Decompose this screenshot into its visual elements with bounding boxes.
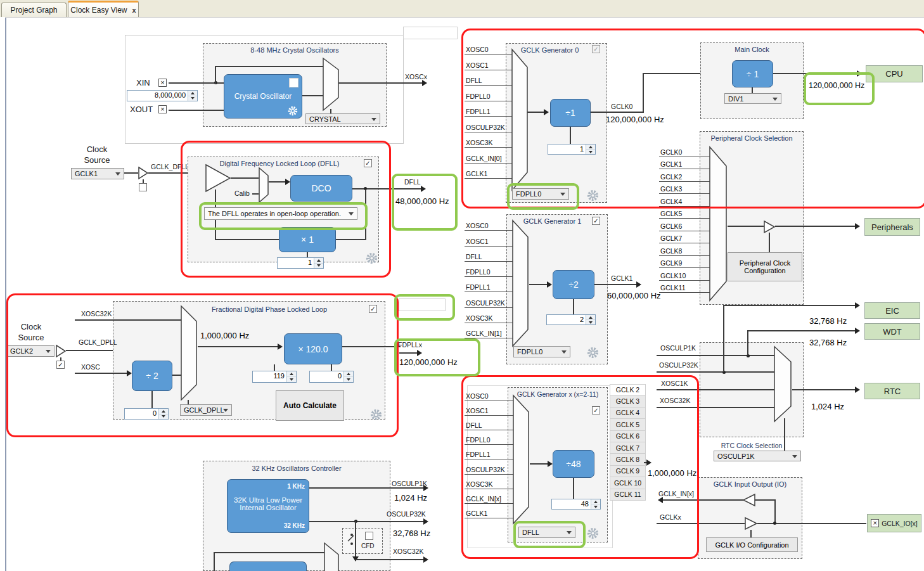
spinner-value: 1: [278, 258, 314, 268]
wire: [792, 389, 857, 390]
spinner-buttons[interactable]: [586, 144, 595, 154]
spin-up-icon[interactable]: [591, 499, 600, 504]
xosc-ctrl-tab[interactable]: [403, 27, 458, 39]
dfll-source-dropdown[interactable]: GCLK1: [71, 168, 124, 179]
endpoint-label: WDT: [883, 327, 902, 337]
pin-checkbox[interactable]: ×: [871, 519, 879, 527]
gear-icon[interactable]: [587, 347, 599, 359]
fdpll-divider-spinner[interactable]: 0: [124, 408, 169, 420]
spinner-buttons[interactable]: [586, 315, 595, 324]
xoscx-output-label: XOSCx: [405, 73, 427, 80]
spin-down-icon[interactable]: [344, 377, 353, 382]
crystal-mode-dropdown[interactable]: CRYSTAL: [305, 113, 380, 124]
gear-icon[interactable]: [587, 527, 599, 539]
spinner-buttons[interactable]: [591, 499, 600, 509]
fdpll-ref-dropdown[interactable]: GCLK_DPLL: [180, 404, 232, 416]
fdpll-output-tab[interactable]: [399, 298, 446, 311]
gear-icon[interactable]: [288, 106, 298, 116]
pin-label: GCLK6: [659, 219, 711, 231]
gclk1-source-dropdown[interactable]: FDPLL0: [513, 346, 570, 357]
gclk-output-tab[interactable]: GCLK 11: [610, 489, 646, 501]
gclkio-config-button[interactable]: GCLK I/O Configuration: [706, 537, 798, 552]
fdpll-source-checkbox[interactable]: ✓: [56, 361, 65, 369]
gclk-output-tab[interactable]: GCLK 4: [610, 407, 646, 419]
peripheral-config-button[interactable]: Peripheral Clock Configuration: [728, 252, 802, 281]
gclk-output-tab[interactable]: GCLK 2: [610, 384, 646, 395]
spin-up-icon[interactable]: [314, 258, 323, 264]
gclk0-source-dropdown[interactable]: FDPLL0: [512, 188, 569, 200]
tab-clock-easy-view[interactable]: Clock Easy View x: [68, 1, 139, 17]
gclk-output-tab[interactable]: GCLK 7: [610, 442, 646, 454]
crystal-oscillator-block[interactable]: Crystal Oscillator: [224, 74, 302, 119]
spin-up-icon[interactable]: [344, 371, 353, 377]
gclk1-divider-spinner[interactable]: 2: [546, 314, 596, 325]
wire: [657, 407, 774, 408]
dfll-enable-checkbox[interactable]: ✓: [364, 159, 372, 167]
spin-up-icon[interactable]: [159, 409, 168, 414]
spinner-buttons[interactable]: [286, 371, 296, 382]
gclkx-enable-checkbox[interactable]: ✓: [592, 406, 600, 414]
dfll-source-checkbox[interactable]: [139, 183, 147, 191]
wire: [274, 364, 275, 371]
spinner-buttons[interactable]: [188, 91, 197, 101]
gclk-output-tab[interactable]: GCLK 9: [610, 466, 646, 477]
wdt-freq: 32,768 Hz: [809, 338, 847, 347]
spinner-buttons[interactable]: [158, 409, 168, 419]
close-tab-icon[interactable]: x: [132, 6, 136, 14]
pin-label: XOSC1: [465, 231, 514, 246]
spinner-buttons[interactable]: [314, 258, 323, 268]
wire: [657, 371, 774, 373]
spin-down-icon[interactable]: [586, 320, 595, 324]
gclk-output-tab[interactable]: GCLK 6: [610, 431, 646, 442]
fdpll-ldr-spinner[interactable]: 119: [252, 371, 297, 383]
xin-pin-checkbox[interactable]: ×: [158, 79, 167, 87]
xout-pin-checkbox[interactable]: ×: [158, 105, 167, 113]
spin-down-icon[interactable]: [287, 377, 296, 382]
gclk0-divider-spinner[interactable]: 1: [548, 144, 596, 155]
dfll-mode-dropdown[interactable]: The DFLL operates in open-loop operation…: [204, 207, 357, 220]
block-checkbox[interactable]: [289, 78, 298, 87]
main-clock-div-dropdown[interactable]: DIV1: [724, 93, 781, 104]
fdpll-ldrfrac-spinner[interactable]: 0: [309, 371, 354, 383]
spinner-value: 2: [547, 315, 586, 324]
endpoint-label: GCLK_IO[x]: [882, 520, 918, 527]
gclk-output-tab[interactable]: GCLK 3: [610, 395, 646, 407]
rtc-source-dropdown[interactable]: OSCULP1K: [714, 451, 801, 461]
gclkx-source-dropdown[interactable]: DFLL: [518, 527, 575, 538]
gclk-output-tab[interactable]: GCLK 8: [610, 454, 646, 465]
spin-down-icon[interactable]: [314, 264, 323, 269]
gclk-output-tab[interactable]: GCLK 10: [610, 477, 646, 489]
spin-down-icon[interactable]: [591, 504, 600, 509]
spin-up-icon[interactable]: [586, 315, 595, 320]
buffer-triangle: [743, 494, 755, 506]
xin-pin-label: XIN: [136, 78, 150, 87]
gear-icon[interactable]: [366, 252, 378, 264]
gclk0-enable-checkbox[interactable]: ✓: [592, 45, 600, 53]
gclk-output-tab[interactable]: GCLK 5: [610, 419, 646, 430]
spinner-value: 119: [253, 371, 286, 382]
crystal-frequency-spinner[interactable]: 8,000,000: [127, 90, 198, 101]
dfll-multiplier-spinner[interactable]: 1: [277, 257, 324, 269]
wire: [356, 559, 426, 560]
dropdown-value: CRYSTAL: [309, 115, 341, 123]
spin-down-icon[interactable]: [188, 96, 197, 101]
tab-project-graph[interactable]: Project Graph: [1, 3, 67, 17]
peripherals-endpoint: Peripherals: [864, 218, 920, 236]
spin-down-icon[interactable]: [586, 150, 595, 154]
fdpll-source-dropdown[interactable]: GCLK2: [6, 345, 55, 357]
gear-icon[interactable]: [370, 409, 382, 421]
fdpll-enable-checkbox[interactable]: ✓: [369, 305, 377, 313]
wire: [198, 346, 279, 347]
spin-up-icon[interactable]: [287, 371, 296, 377]
auto-calculate-button[interactable]: Auto Calculate: [276, 390, 344, 421]
gear-icon[interactable]: [587, 189, 599, 202]
gclkx-divider-spinner[interactable]: 48: [551, 499, 601, 510]
pin-label: FDPLL0: [465, 86, 514, 101]
spin-up-icon[interactable]: [188, 91, 197, 96]
chevron-down-icon: [773, 98, 778, 101]
spinner-buttons[interactable]: [343, 371, 353, 382]
gclk1-enable-checkbox[interactable]: ✓: [592, 217, 600, 225]
spin-down-icon[interactable]: [159, 414, 168, 420]
spin-up-icon[interactable]: [586, 144, 595, 150]
cfd-checkbox[interactable]: [365, 532, 373, 540]
